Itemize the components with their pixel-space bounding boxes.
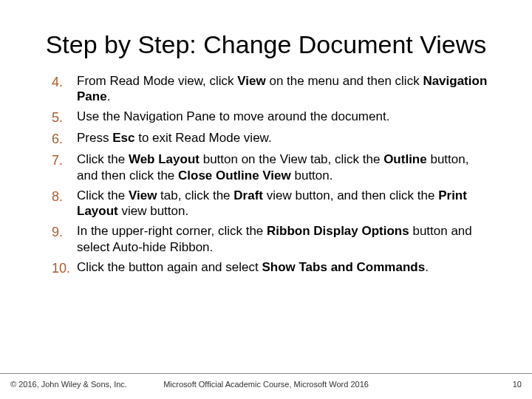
slide-title: Step by Step: Change Document Views [30,30,502,60]
step-text: Click the button again and select Show T… [77,259,488,275]
step-text: Use the Navigation Pane to move around t… [77,109,488,124]
step-number: 4. [52,73,77,90]
list-item: 4.From Read Mode view, click View on the… [52,73,488,105]
footer-center: Microsoft Official Academic Course, Micr… [163,380,369,389]
footer-right: 10 [513,380,522,389]
step-number: 9. [52,223,77,240]
list-item: 7.Click the Web Layout button on the Vie… [52,151,488,183]
list-item: 5.Use the Navigation Pane to move around… [52,109,488,126]
step-number: 10. [52,259,77,276]
slide: Step by Step: Change Document Views 4.Fr… [0,0,532,399]
step-list: 4.From Read Mode view, click View on the… [52,73,488,276]
step-text: Click the View tab, click the Draft view… [77,188,488,219]
step-text: In the upper-right corner, click the Rib… [77,223,488,255]
footer-left: © 2016, John Wiley & Sons, Inc. [10,380,127,389]
step-text: Press Esc to exit Read Mode view. [77,130,488,146]
list-item: 6.Press Esc to exit Read Mode view. [52,130,488,147]
list-item: 10.Click the button again and select Sho… [52,259,488,276]
step-number: 5. [52,109,77,126]
step-number: 8. [52,188,77,205]
list-item: 8.Click the View tab, click the Draft vi… [52,188,488,219]
step-number: 6. [52,130,77,147]
step-text: Click the Web Layout button on the View … [77,151,488,183]
list-item: 9.In the upper-right corner, click the R… [52,223,488,255]
step-text: From Read Mode view, click View on the m… [77,73,488,105]
step-number: 7. [52,151,77,168]
footer: © 2016, John Wiley & Sons, Inc. Microsof… [0,373,532,392]
